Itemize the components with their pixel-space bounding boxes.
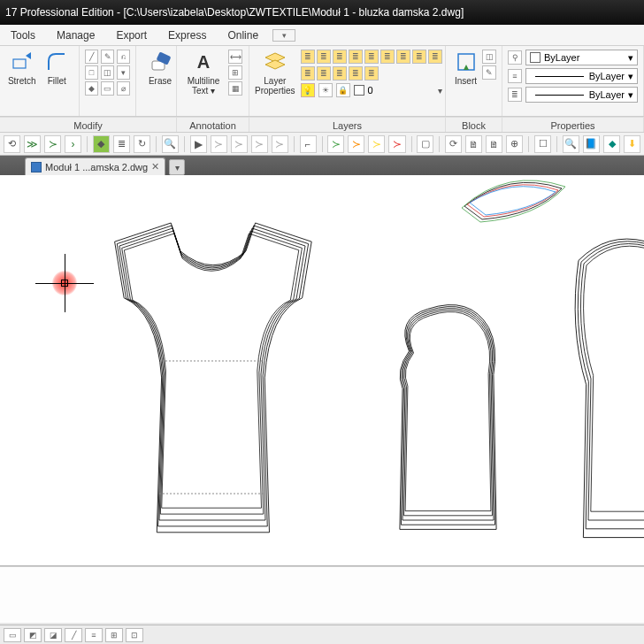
qbtn-arrow-g2[interactable]: ≻ <box>44 135 61 153</box>
layer-tool-4[interactable]: ≣ <box>349 50 363 64</box>
qbtn-cy1[interactable]: ≻ <box>368 135 385 153</box>
layer-combo-value[interactable]: 0 <box>368 85 434 96</box>
status-btn-2[interactable]: ◩ <box>24 628 42 642</box>
cursor-pickbox <box>61 280 68 287</box>
layer-tool-3[interactable]: ≣ <box>333 50 347 64</box>
layer-tool-2[interactable]: ≣ <box>317 50 331 64</box>
fillet-button[interactable]: Fillet <box>41 50 74 86</box>
qbtn-box[interactable]: ▢ <box>417 135 433 153</box>
qsep-4 <box>294 136 295 152</box>
qsep-5 <box>322 136 323 152</box>
menu-overflow-icon[interactable]: ▾ <box>272 29 295 42</box>
lineweight-combo[interactable]: ByLayer ▾ <box>525 68 638 84</box>
menu-manage[interactable]: Manage <box>46 29 105 42</box>
command-line-panel[interactable] <box>0 566 644 623</box>
qbtn-arrow-a[interactable]: ≻ <box>211 135 227 153</box>
qbtn-win[interactable]: ☐ <box>534 135 551 153</box>
qbtn-arrow-g1[interactable]: ≫ <box>24 135 41 153</box>
block-tool-1[interactable]: ◫ <box>482 50 496 64</box>
sun-icon[interactable]: ☀ <box>318 83 333 97</box>
status-btn-3[interactable]: ◪ <box>44 628 62 642</box>
qbtn-cr1[interactable]: ≻ <box>388 135 405 153</box>
bulb-icon[interactable]: 💡 <box>301 83 315 97</box>
lock-icon[interactable]: 🔒 <box>336 83 350 97</box>
lineweight-icon[interactable]: ≡ <box>508 69 522 83</box>
ribbon-group-modify-left: Stretch Fillet <box>0 46 80 116</box>
layer-tool-13[interactable]: ≣ <box>349 66 363 80</box>
status-btn-6[interactable]: ⊞ <box>105 628 123 642</box>
status-btn-1[interactable]: ▭ <box>4 628 21 642</box>
menu-tools[interactable]: Tools <box>0 29 46 42</box>
modify-icon-8[interactable]: ▭ <box>101 81 114 96</box>
status-btn-5[interactable]: ≡ <box>85 628 103 642</box>
qbtn-yel[interactable]: ⬇ <box>624 135 640 153</box>
linetype-icon[interactable]: ≣ <box>508 88 522 102</box>
status-btn-4[interactable]: ╱ <box>65 628 82 642</box>
dim-icon-3[interactable]: ▦ <box>228 81 242 96</box>
modify-icon-1[interactable]: ╱ <box>85 50 98 64</box>
layer-tool-6[interactable]: ≣ <box>380 50 395 64</box>
menu-online[interactable]: Online <box>217 29 269 42</box>
modify-icon-6[interactable]: ▾ <box>117 65 130 80</box>
qbtn-cg1[interactable]: ≻ <box>327 135 344 153</box>
menu-export[interactable]: Export <box>105 29 157 42</box>
layer-tool-5[interactable]: ≣ <box>364 50 379 64</box>
qbtn-zoom[interactable]: 🔍 <box>162 135 179 153</box>
qbtn-play[interactable]: ▶ <box>190 135 207 153</box>
layer-tool-9[interactable]: ≣ <box>428 50 442 64</box>
modify-icon-3[interactable]: ⎌ <box>117 50 130 64</box>
qbtn-list[interactable]: ≣ <box>113 135 130 153</box>
layer-color-swatch[interactable] <box>354 85 364 96</box>
lt-sample <box>535 95 584 96</box>
erase-button[interactable]: Erase <box>142 50 179 86</box>
drawing-canvas[interactable] <box>0 175 644 566</box>
insert-icon <box>454 50 479 74</box>
layer-tool-1[interactable]: ≣ <box>301 50 315 64</box>
match-prop-icon[interactable]: ⚲ <box>508 50 522 65</box>
close-tab-icon[interactable]: ✕ <box>151 161 159 172</box>
qbtn-arrow-b[interactable]: ≻ <box>231 135 248 153</box>
qbtn-co1[interactable]: ≻ <box>348 135 364 153</box>
layer-tool-11[interactable]: ≣ <box>317 66 331 80</box>
layer-properties-button[interactable]: Layer Properties <box>255 50 295 100</box>
block-tool-2[interactable]: ✎ <box>482 65 496 80</box>
linetype-combo[interactable]: ByLayer ▾ <box>525 87 638 103</box>
qbtn-rot[interactable]: ⟳ <box>445 135 462 153</box>
qbtn-arrow-d[interactable]: ≻ <box>272 135 288 153</box>
qbtn-refresh[interactable]: ↻ <box>134 135 150 153</box>
modify-icon-7[interactable]: ◆ <box>85 81 98 96</box>
layer-tool-12[interactable]: ≣ <box>333 66 347 80</box>
layer-tool-10[interactable]: ≣ <box>301 66 315 80</box>
qbtn-green[interactable]: ◆ <box>93 135 110 153</box>
qbtn-target[interactable]: ⊕ <box>506 135 523 153</box>
qbtn-blue1[interactable]: 🔍 <box>563 135 579 153</box>
document-tab[interactable]: Moduł 1 ...amska 2.dwg ✕ <box>25 157 165 175</box>
modify-icon-5[interactable]: ◫ <box>101 65 114 80</box>
insert-button[interactable]: Insert <box>451 50 480 86</box>
qbtn-arrow-g3[interactable]: › <box>65 135 81 153</box>
status-btn-7[interactable]: ⊡ <box>126 628 143 642</box>
qbtn-1[interactable]: ⟲ <box>4 135 20 153</box>
modify-icon-9[interactable]: ⌀ <box>117 81 130 96</box>
qbtn-teal[interactable]: ◆ <box>603 135 620 153</box>
qbtn-arrow-c[interactable]: ≻ <box>251 135 268 153</box>
qbtn-doc1[interactable]: 🗎 <box>465 135 482 153</box>
qbtn-doc2[interactable]: 🗎 <box>486 135 502 153</box>
layer-combo-caret[interactable]: ▾ <box>438 86 442 96</box>
menu-express[interactable]: Express <box>157 29 217 42</box>
mtext-button[interactable]: A Multiline Text ▾ <box>182 50 225 96</box>
ribbon-group-properties: ⚲ ByLayer ▾ ≡ ByLayer ▾ ≣ ByLayer ▾ <box>502 46 644 116</box>
qbtn-blue2[interactable]: 📘 <box>583 135 600 153</box>
modify-icon-2[interactable]: ✎ <box>101 50 114 64</box>
qbtn-axis[interactable]: ⌐ <box>300 135 317 153</box>
modify-icon-4[interactable]: □ <box>85 65 98 80</box>
layer-tool-7[interactable]: ≣ <box>396 50 410 64</box>
stretch-icon <box>10 50 34 74</box>
dim-icon-1[interactable]: ⟷ <box>228 50 242 64</box>
dim-icon-2[interactable]: ⊞ <box>228 65 242 80</box>
color-combo[interactable]: ByLayer ▾ <box>525 50 638 65</box>
layer-tool-14[interactable]: ≣ <box>364 66 379 80</box>
stretch-button[interactable]: Stretch <box>5 50 39 86</box>
layer-tool-8[interactable]: ≣ <box>412 50 426 64</box>
tab-overflow-icon[interactable]: ▾ <box>169 159 185 175</box>
